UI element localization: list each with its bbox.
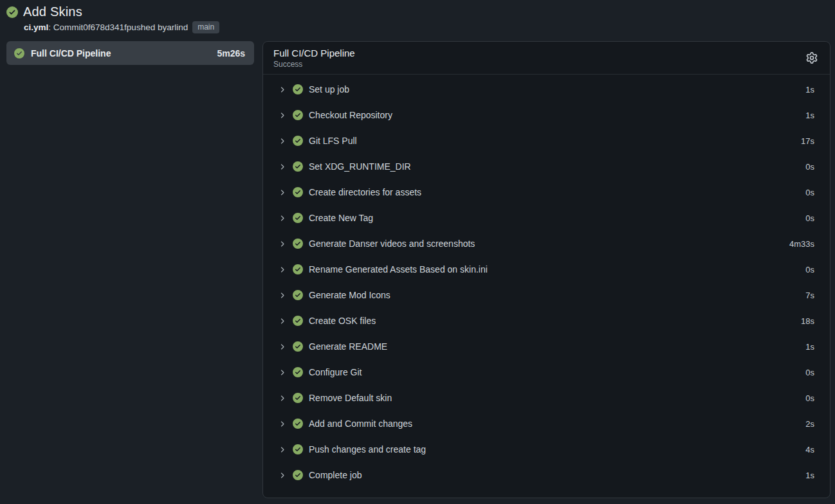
step-row[interactable]: Create OSK files 18s bbox=[263, 308, 830, 334]
step-duration: 1s bbox=[805, 342, 814, 352]
sidebar-job-full-cicd-pipeline[interactable]: Full CI/CD Pipeline 5m26s bbox=[6, 41, 254, 65]
commit-author-link[interactable]: arlind bbox=[167, 22, 188, 32]
step-duration: 1s bbox=[805, 471, 814, 480]
step-duration: 0s bbox=[805, 213, 814, 223]
chevron-right-icon[interactable] bbox=[278, 368, 286, 377]
job-panel-title: Full CI/CD Pipeline bbox=[273, 48, 820, 59]
chevron-right-icon[interactable] bbox=[278, 420, 286, 428]
job-detail-panel: Full CI/CD Pipeline Success Set up job 1… bbox=[262, 41, 830, 498]
step-duration: 18s bbox=[801, 316, 814, 326]
chevron-right-icon[interactable] bbox=[278, 266, 286, 274]
step-row[interactable]: Add and Commit changes 2s bbox=[263, 411, 830, 437]
chevron-right-icon[interactable] bbox=[278, 317, 286, 325]
check-circle-icon bbox=[293, 470, 303, 480]
step-row[interactable]: Generate README 1s bbox=[263, 334, 830, 359]
step-name: Generate Danser videos and screenshots bbox=[309, 239, 789, 249]
step-duration: 0s bbox=[805, 393, 814, 403]
job-panel-header: Full CI/CD Pipeline Success bbox=[263, 42, 830, 75]
commit-prefix-text: : Commit bbox=[48, 22, 83, 32]
step-duration: 4m33s bbox=[789, 239, 814, 249]
check-circle-icon bbox=[293, 264, 303, 274]
workflow-file-name: ci.yml bbox=[24, 22, 48, 32]
step-name: Generate README bbox=[309, 341, 805, 352]
chevron-right-icon[interactable] bbox=[278, 240, 286, 248]
step-row[interactable]: Push changes and create tag 4s bbox=[263, 437, 830, 462]
check-circle-icon bbox=[293, 110, 303, 120]
step-row[interactable]: Generate Danser videos and screenshots 4… bbox=[263, 231, 830, 256]
chevron-right-icon[interactable] bbox=[278, 471, 286, 480]
branch-badge[interactable]: main bbox=[192, 21, 219, 33]
check-circle-icon bbox=[293, 187, 303, 197]
run-header: Add Skins ci.yml: Commit 0f678d341f push… bbox=[0, 0, 835, 33]
gear-icon[interactable] bbox=[803, 49, 821, 67]
step-name: Create directories for assets bbox=[309, 187, 805, 197]
chevron-right-icon[interactable] bbox=[278, 163, 286, 171]
step-duration: 4s bbox=[805, 445, 814, 455]
job-name: Full CI/CD Pipeline bbox=[31, 48, 210, 59]
check-circle-icon bbox=[293, 316, 303, 326]
check-circle-icon bbox=[14, 48, 24, 59]
chevron-right-icon[interactable] bbox=[278, 394, 286, 402]
step-list: Set up job 1s Checkout Repository 1s Git… bbox=[263, 75, 830, 498]
step-duration: 0s bbox=[805, 188, 814, 197]
step-name: Create New Tag bbox=[309, 213, 805, 223]
chevron-right-icon[interactable] bbox=[278, 446, 286, 454]
step-row[interactable]: Create New Tag 0s bbox=[263, 205, 830, 231]
chevron-right-icon[interactable] bbox=[278, 343, 286, 351]
job-sidebar: Full CI/CD Pipeline 5m26s bbox=[6, 41, 254, 65]
job-duration: 5m26s bbox=[217, 48, 245, 59]
step-row[interactable]: Rename Generated Assets Based on skin.in… bbox=[263, 256, 830, 282]
step-duration: 2s bbox=[805, 419, 814, 429]
check-circle-icon bbox=[293, 419, 303, 429]
check-circle-icon bbox=[293, 290, 303, 300]
step-row[interactable]: Checkout Repository 1s bbox=[263, 102, 830, 128]
check-circle-icon bbox=[293, 213, 303, 223]
step-name: Create OSK files bbox=[309, 316, 801, 326]
step-row[interactable]: Configure Git 0s bbox=[263, 359, 830, 385]
check-circle-icon bbox=[293, 136, 303, 146]
check-circle-icon bbox=[293, 393, 303, 403]
pushed-by-text: pushed by bbox=[127, 22, 167, 32]
step-row[interactable]: Create directories for assets 0s bbox=[263, 179, 830, 205]
check-circle-icon bbox=[6, 6, 18, 18]
step-duration: 0s bbox=[805, 265, 814, 274]
step-row[interactable]: Git LFS Pull 17s bbox=[263, 128, 830, 154]
check-circle-icon bbox=[293, 84, 303, 94]
job-status-text: Success bbox=[273, 60, 820, 69]
chevron-right-icon[interactable] bbox=[278, 214, 286, 222]
step-name: Set XDG_RUNTIME_DIR bbox=[309, 161, 805, 172]
check-circle-icon bbox=[293, 341, 303, 352]
step-duration: 7s bbox=[805, 291, 814, 300]
step-name: Set up job bbox=[309, 84, 805, 94]
step-name: Configure Git bbox=[309, 367, 805, 377]
chevron-right-icon[interactable] bbox=[278, 111, 286, 120]
commit-hash-link[interactable]: 0f678d341f bbox=[83, 22, 127, 32]
check-circle-icon bbox=[293, 367, 303, 377]
chevron-right-icon[interactable] bbox=[278, 188, 286, 197]
step-duration: 0s bbox=[805, 162, 814, 172]
run-main-area: Full CI/CD Pipeline 5m26s Full CI/CD Pip… bbox=[0, 41, 835, 498]
check-circle-icon bbox=[293, 239, 303, 249]
step-row[interactable]: Set up job 1s bbox=[263, 76, 830, 102]
step-name: Generate Mod Icons bbox=[309, 290, 805, 300]
chevron-right-icon[interactable] bbox=[278, 291, 286, 300]
run-commit-summary: ci.yml: Commit 0f678d341f pushed by arli… bbox=[24, 21, 825, 33]
step-duration: 1s bbox=[805, 111, 814, 120]
chevron-right-icon[interactable] bbox=[278, 86, 286, 94]
step-duration: 17s bbox=[801, 136, 814, 146]
step-row[interactable]: Generate Mod Icons 7s bbox=[263, 282, 830, 308]
step-row[interactable]: Complete job 1s bbox=[263, 462, 830, 488]
step-name: Push changes and create tag bbox=[309, 444, 805, 455]
step-duration: 0s bbox=[805, 368, 814, 377]
check-circle-icon bbox=[293, 161, 303, 172]
step-name: Add and Commit changes bbox=[309, 419, 805, 429]
step-row[interactable]: Remove Default skin 0s bbox=[263, 385, 830, 411]
step-name: Rename Generated Assets Based on skin.in… bbox=[309, 264, 805, 274]
check-circle-icon bbox=[293, 444, 303, 455]
step-name: Remove Default skin bbox=[309, 393, 805, 403]
step-name: Git LFS Pull bbox=[309, 136, 801, 146]
step-name: Complete job bbox=[309, 470, 805, 480]
step-row[interactable]: Set XDG_RUNTIME_DIR 0s bbox=[263, 154, 830, 179]
chevron-right-icon[interactable] bbox=[278, 137, 286, 145]
run-title: Add Skins bbox=[23, 4, 82, 19]
